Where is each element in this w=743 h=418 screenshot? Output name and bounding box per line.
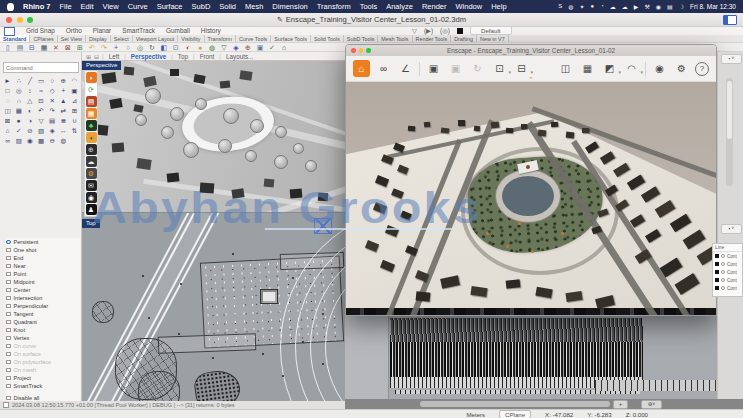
delete-icon[interactable]: ⊠ [63,43,73,52]
viewport-top[interactable] [82,212,345,401]
viewport-icon[interactable]: ⊡ [171,43,181,52]
settings-button[interactable]: ⚙ [673,60,690,77]
layer-visibility-toggle[interactable] [721,262,725,266]
standalone-export-button[interactable]: ◩▾ [601,60,618,77]
shade-icon[interactable]: ◧ [159,43,169,52]
enscape-logo-icon[interactable]: ◗ [86,72,97,83]
osnap-row-one-shot[interactable]: One shot [6,246,80,254]
menu-view[interactable]: View [103,2,119,11]
palette-tool-icon[interactable]: ↔ [58,126,69,135]
palette-tool-icon[interactable]: ⊡ [35,96,46,105]
osnap-checkbox[interactable] [6,296,11,301]
save-icon[interactable]: ⊟ [27,43,37,52]
play-icon[interactable]: ▶ [634,3,639,10]
close-button[interactable] [6,17,12,23]
about-icon[interactable]: ◉ [86,192,97,203]
print-icon[interactable]: ▦ [39,43,49,52]
record-icon[interactable]: (◎) [440,27,450,35]
layer-row[interactable]: Cont [713,252,742,260]
osnap-checkbox[interactable] [6,384,11,389]
video-export-button[interactable]: ▦ [579,60,596,77]
palette-tool-icon[interactable]: ◐ [24,106,35,115]
tab-drafting[interactable]: Drafting [451,35,477,42]
osnap-row-intersection[interactable]: Intersection [6,294,80,302]
material-library-icon[interactable]: ▦ [86,108,97,119]
palette-tool-icon[interactable]: ◠ [69,76,80,85]
time-machine-icon[interactable]: ◔ [600,3,604,10]
export-image-button[interactable]: ⊟▾ [513,60,530,77]
palette-tool-icon[interactable]: ◌ [2,96,13,105]
osnap-checkbox[interactable] [6,336,11,341]
palette-tool-icon[interactable]: ◈ [47,126,58,135]
sphere-icon[interactable]: ● [195,43,205,52]
minimize-button[interactable] [17,17,23,23]
osnap-checkbox[interactable] [6,304,11,309]
horizontal-scrollbar[interactable]: + ⚙˅ [345,399,743,409]
palette-tool-icon[interactable]: ∞ [2,136,13,145]
layer-visibility-toggle[interactable] [721,254,725,258]
menu-edit[interactable]: Edit [81,2,94,11]
palette-tool-icon[interactable]: ▨ [13,136,24,145]
menu-help[interactable]: Help [491,2,506,11]
palette-tool-icon[interactable]: ∴ [13,76,24,85]
menu-render[interactable]: Render [422,2,447,11]
palette-tool-icon[interactable]: ↕ [24,86,35,95]
spark-icon[interactable]: ✦ [580,3,585,10]
status-dot-icon[interactable]: ● [591,3,595,10]
osnap-checkbox[interactable] [6,248,11,253]
menu-window[interactable]: Window [455,2,482,11]
live-updates-button[interactable]: ⊡▾ [491,60,508,77]
gem-icon[interactable]: ◈ [231,43,241,52]
palette-tool-icon[interactable]: ⇅ [69,126,80,135]
tab-mesh-tools[interactable]: Mesh Tools [378,35,412,42]
tab-new-in-v7[interactable]: New in V7 [477,35,509,42]
palette-tool-icon[interactable]: ▧ [35,126,46,135]
palette-tool-icon[interactable]: ⊖ [47,136,58,145]
menu-subd[interactable]: SubD [192,2,211,11]
filter-icon[interactable]: ▽ [219,43,229,52]
settings-sync-icon[interactable]: ⚙ [86,168,97,179]
palette-tool-icon[interactable]: ▩ [35,136,46,145]
move-icon[interactable]: + [111,43,121,52]
walk-mode-button[interactable]: ∠ [397,60,414,77]
osnap-row-persistent[interactable]: Persistent [6,238,80,246]
palette-tool-icon[interactable]: ⊿ [69,96,80,105]
shadow-icon[interactable]: ◐ [183,43,193,52]
osnap-checkbox[interactable] [6,344,11,349]
osnap-row-on-mesh[interactable]: On mesh [6,366,80,374]
palette-tool-icon[interactable]: ⊞ [69,106,80,115]
moon-icon[interactable]: ☽ [679,3,684,10]
layer-visibility-toggle[interactable] [721,278,725,282]
palette-tool-icon[interactable]: □ [2,86,13,95]
view-gear-button[interactable]: ⚙˅ [641,400,662,409]
palette-tool-icon[interactable]: ▦ [13,106,24,115]
panorama-button[interactable]: ◠▾ [623,60,640,77]
tab-standard[interactable]: Standard [0,35,30,42]
zoom-plus-button[interactable]: + [613,400,628,409]
geolocation-icon[interactable]: ⊕ [86,144,97,155]
render-icon[interactable]: ◍ [207,43,217,52]
palette-tool-icon[interactable]: ✕ [47,96,58,105]
osnap-checkbox[interactable] [6,328,11,333]
toggle-history[interactable]: History [201,27,221,34]
osnap-checkbox[interactable] [6,280,11,285]
osnap-row-point[interactable]: Point [6,270,80,278]
osnap-checkbox[interactable] [6,352,11,357]
chevron-up-icon[interactable]: ⌃ [528,76,534,84]
batch-render-button[interactable]: ▣ [447,60,464,77]
tab-solid-tools[interactable]: Solid Tools [311,35,344,42]
layer-row[interactable]: Cont [713,276,742,284]
palette-tool-icon[interactable]: ▤ [47,116,58,125]
palette-tool-icon[interactable]: △ [24,96,35,105]
vr-headset-button[interactable]: ◫ [557,60,574,77]
enscape-render-view[interactable] [346,82,716,315]
osnap-row-vertex[interactable]: Vertex [6,334,80,342]
tab-curve-tools[interactable]: Curve Tools [236,35,271,42]
perspective-viewport-label[interactable]: Perspective [82,61,121,70]
palette-tool-icon[interactable]: ◎ [13,86,24,95]
feedback-icon[interactable]: ✉ [86,180,97,191]
layer-row[interactable]: Cont [713,284,742,292]
materials-icon[interactable]: ▤ [86,96,97,107]
menu-curve[interactable]: Curve [128,2,148,11]
palette-tool-icon[interactable]: ∪ [69,116,80,125]
